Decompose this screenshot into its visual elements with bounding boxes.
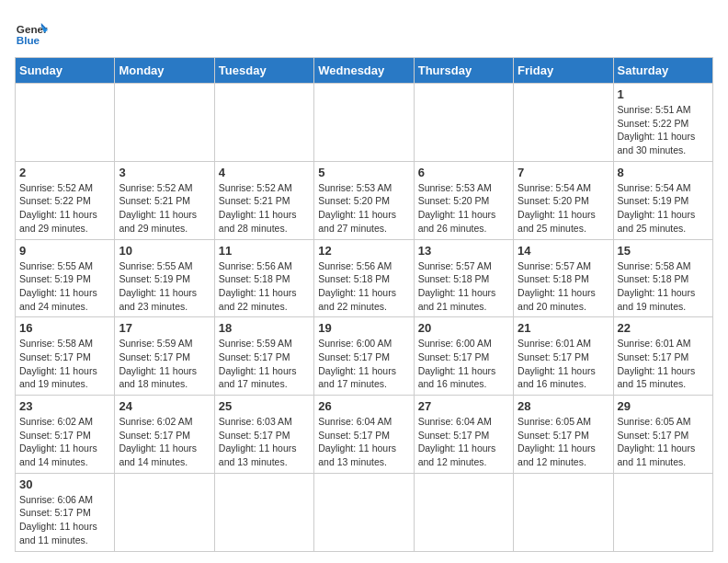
weekday-header: Saturday	[613, 58, 712, 84]
cell-date-number: 12	[318, 244, 409, 258]
calendar-cell	[115, 84, 214, 162]
calendar-cell	[414, 473, 513, 551]
calendar-cell: 18Sunrise: 5:59 AM Sunset: 5:17 PM Dayli…	[214, 317, 313, 396]
cell-info-text: Sunrise: 6:05 AM Sunset: 5:17 PM Dayligh…	[618, 415, 709, 469]
cell-date-number: 22	[618, 321, 709, 335]
cell-date-number: 10	[119, 244, 210, 258]
cell-info-text: Sunrise: 5:53 AM Sunset: 5:20 PM Dayligh…	[418, 181, 509, 236]
calendar-cell: 25Sunrise: 6:03 AM Sunset: 5:17 PM Dayli…	[214, 396, 313, 474]
calendar-cell: 9Sunrise: 5:55 AM Sunset: 5:19 PM Daylig…	[16, 239, 115, 317]
calendar-cell	[214, 473, 313, 551]
cell-date-number: 26	[318, 399, 409, 413]
calendar-cell: 22Sunrise: 6:01 AM Sunset: 5:17 PM Dayli…	[613, 317, 712, 396]
calendar-cell	[314, 84, 414, 162]
cell-info-text: Sunrise: 6:04 AM Sunset: 5:17 PM Dayligh…	[418, 415, 509, 469]
calendar-cell: 8Sunrise: 5:54 AM Sunset: 5:19 PM Daylig…	[613, 161, 712, 239]
cell-info-text: Sunrise: 5:54 AM Sunset: 5:20 PM Dayligh…	[518, 181, 609, 236]
calendar-cell: 19Sunrise: 6:00 AM Sunset: 5:17 PM Dayli…	[314, 317, 414, 396]
logo-icon: General Blue	[15, 15, 48, 48]
page-header: General Blue	[15, 15, 713, 48]
cell-info-text: Sunrise: 5:54 AM Sunset: 5:19 PM Dayligh…	[618, 181, 709, 236]
weekday-header: Thursday	[414, 58, 513, 84]
calendar-cell	[514, 473, 613, 551]
cell-date-number: 28	[518, 399, 609, 413]
calendar-cell: 1Sunrise: 5:51 AM Sunset: 5:22 PM Daylig…	[613, 84, 712, 162]
cell-date-number: 6	[418, 166, 509, 179]
calendar-week-row: 1Sunrise: 5:51 AM Sunset: 5:22 PM Daylig…	[16, 84, 713, 162]
calendar-week-row: 2Sunrise: 5:52 AM Sunset: 5:22 PM Daylig…	[16, 161, 713, 239]
calendar-cell	[314, 473, 414, 551]
cell-date-number: 30	[19, 477, 110, 491]
cell-date-number: 19	[318, 321, 409, 335]
calendar-week-row: 9Sunrise: 5:55 AM Sunset: 5:19 PM Daylig…	[16, 239, 713, 317]
cell-date-number: 7	[518, 166, 609, 179]
cell-info-text: Sunrise: 5:57 AM Sunset: 5:18 PM Dayligh…	[518, 259, 609, 314]
calendar-cell: 21Sunrise: 6:01 AM Sunset: 5:17 PM Dayli…	[514, 317, 613, 396]
calendar-cell: 17Sunrise: 5:59 AM Sunset: 5:17 PM Dayli…	[115, 317, 214, 396]
cell-info-text: Sunrise: 6:00 AM Sunset: 5:17 PM Dayligh…	[318, 337, 409, 391]
calendar-cell: 13Sunrise: 5:57 AM Sunset: 5:18 PM Dayli…	[414, 239, 513, 317]
cell-date-number: 13	[418, 244, 509, 258]
cell-date-number: 23	[19, 399, 110, 413]
calendar-cell: 30Sunrise: 6:06 AM Sunset: 5:17 PM Dayli…	[16, 473, 115, 551]
calendar-cell: 10Sunrise: 5:55 AM Sunset: 5:19 PM Dayli…	[115, 239, 214, 317]
calendar-cell: 27Sunrise: 6:04 AM Sunset: 5:17 PM Dayli…	[414, 396, 513, 474]
cell-date-number: 5	[318, 166, 409, 179]
calendar-cell: 23Sunrise: 6:02 AM Sunset: 5:17 PM Dayli…	[16, 396, 115, 474]
cell-info-text: Sunrise: 6:00 AM Sunset: 5:17 PM Dayligh…	[418, 337, 509, 391]
cell-info-text: Sunrise: 6:05 AM Sunset: 5:17 PM Dayligh…	[518, 415, 609, 469]
cell-date-number: 8	[618, 166, 709, 179]
svg-text:Blue: Blue	[17, 34, 40, 46]
calendar-cell	[414, 84, 513, 162]
cell-info-text: Sunrise: 5:55 AM Sunset: 5:19 PM Dayligh…	[119, 259, 210, 314]
calendar-cell: 28Sunrise: 6:05 AM Sunset: 5:17 PM Dayli…	[514, 396, 613, 474]
weekday-header: Monday	[115, 58, 214, 84]
cell-date-number: 15	[618, 244, 709, 258]
cell-info-text: Sunrise: 5:56 AM Sunset: 5:18 PM Dayligh…	[318, 259, 409, 314]
cell-info-text: Sunrise: 6:04 AM Sunset: 5:17 PM Dayligh…	[318, 415, 409, 469]
cell-info-text: Sunrise: 6:01 AM Sunset: 5:17 PM Dayligh…	[518, 337, 609, 391]
calendar-cell	[115, 473, 214, 551]
calendar-cell: 16Sunrise: 5:58 AM Sunset: 5:17 PM Dayli…	[16, 317, 115, 396]
calendar-cell	[613, 473, 712, 551]
cell-info-text: Sunrise: 5:58 AM Sunset: 5:17 PM Dayligh…	[19, 337, 110, 391]
cell-info-text: Sunrise: 5:53 AM Sunset: 5:20 PM Dayligh…	[318, 181, 409, 236]
cell-date-number: 25	[219, 399, 310, 413]
weekday-header: Wednesday	[314, 58, 414, 84]
cell-date-number: 17	[119, 321, 210, 335]
calendar-cell: 26Sunrise: 6:04 AM Sunset: 5:17 PM Dayli…	[314, 396, 414, 474]
cell-date-number: 11	[219, 244, 310, 258]
cell-info-text: Sunrise: 6:03 AM Sunset: 5:17 PM Dayligh…	[219, 415, 310, 469]
logo: General Blue	[15, 15, 48, 48]
weekday-header: Tuesday	[214, 58, 313, 84]
calendar-body: 1Sunrise: 5:51 AM Sunset: 5:22 PM Daylig…	[16, 84, 713, 552]
cell-date-number: 16	[19, 321, 110, 335]
calendar-cell	[16, 84, 115, 162]
cell-date-number: 24	[119, 399, 210, 413]
cell-date-number: 2	[19, 166, 110, 179]
weekday-header: Friday	[514, 58, 613, 84]
cell-info-text: Sunrise: 6:02 AM Sunset: 5:17 PM Dayligh…	[119, 415, 210, 469]
cell-info-text: Sunrise: 5:55 AM Sunset: 5:19 PM Dayligh…	[19, 259, 110, 314]
calendar-cell: 6Sunrise: 5:53 AM Sunset: 5:20 PM Daylig…	[414, 161, 513, 239]
cell-date-number: 18	[219, 321, 310, 335]
calendar-header: SundayMondayTuesdayWednesdayThursdayFrid…	[16, 58, 713, 84]
cell-info-text: Sunrise: 5:52 AM Sunset: 5:21 PM Dayligh…	[219, 181, 310, 236]
calendar-cell	[514, 84, 613, 162]
cell-info-text: Sunrise: 5:56 AM Sunset: 5:18 PM Dayligh…	[219, 259, 310, 314]
cell-date-number: 21	[518, 321, 609, 335]
cell-date-number: 20	[418, 321, 509, 335]
calendar-cell: 3Sunrise: 5:52 AM Sunset: 5:21 PM Daylig…	[115, 161, 214, 239]
cell-info-text: Sunrise: 5:52 AM Sunset: 5:21 PM Dayligh…	[119, 181, 210, 236]
weekday-header: Sunday	[16, 58, 115, 84]
calendar-cell: 11Sunrise: 5:56 AM Sunset: 5:18 PM Dayli…	[214, 239, 313, 317]
cell-info-text: Sunrise: 5:59 AM Sunset: 5:17 PM Dayligh…	[219, 337, 310, 391]
cell-date-number: 1	[618, 87, 709, 101]
cell-date-number: 9	[19, 244, 110, 258]
calendar-cell	[214, 84, 313, 162]
cell-info-text: Sunrise: 5:57 AM Sunset: 5:18 PM Dayligh…	[418, 259, 509, 314]
calendar-table: SundayMondayTuesdayWednesdayThursdayFrid…	[15, 57, 713, 552]
calendar-cell: 4Sunrise: 5:52 AM Sunset: 5:21 PM Daylig…	[214, 161, 313, 239]
calendar-cell: 5Sunrise: 5:53 AM Sunset: 5:20 PM Daylig…	[314, 161, 414, 239]
calendar-cell: 12Sunrise: 5:56 AM Sunset: 5:18 PM Dayli…	[314, 239, 414, 317]
